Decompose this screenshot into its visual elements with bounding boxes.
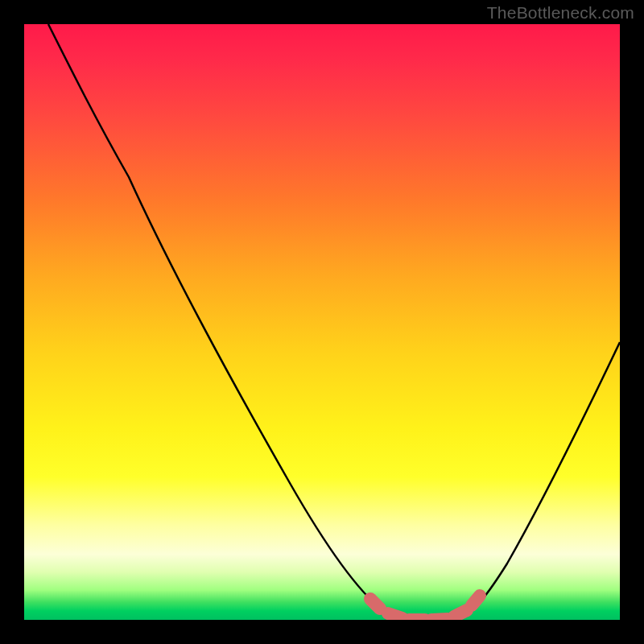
- curve-layer: [24, 24, 620, 620]
- svg-line-1: [388, 613, 402, 618]
- svg-line-4: [454, 610, 467, 617]
- chart-frame: TheBottleneck.com: [0, 0, 644, 644]
- optimal-flat-region: [370, 596, 480, 620]
- bottleneck-curve: [48, 24, 620, 620]
- plot-area: [24, 24, 620, 620]
- svg-line-3: [431, 619, 448, 620]
- svg-line-0: [370, 599, 380, 609]
- watermark-text: TheBottleneck.com: [487, 3, 634, 23]
- svg-line-5: [472, 596, 480, 605]
